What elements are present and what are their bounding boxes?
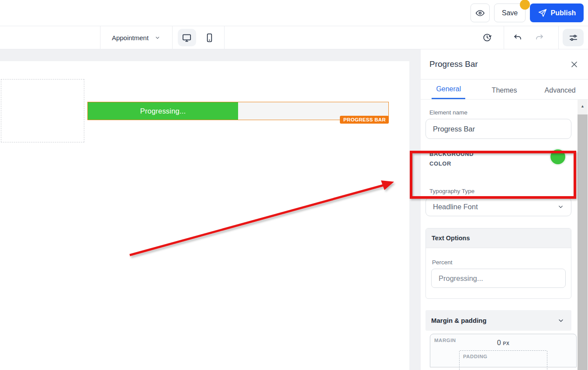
element-name-label: Element name <box>429 109 571 116</box>
close-icon <box>570 60 578 69</box>
save-button-label: Save <box>502 9 518 17</box>
panel-scrollbar[interactable]: ▲ <box>578 100 588 370</box>
percent-input[interactable] <box>431 269 566 288</box>
editor-toolbar: Appointment <box>0 26 588 49</box>
toolbar-divider <box>558 26 559 49</box>
progress-bar-element[interactable]: Progressing... PROGRESS BAR <box>87 102 389 120</box>
unsaved-changes-dot <box>520 0 530 10</box>
save-button[interactable]: Save <box>494 3 526 22</box>
panel-title: Progress Bar <box>429 59 478 69</box>
send-icon <box>538 8 547 17</box>
mobile-view-button[interactable] <box>201 29 219 46</box>
progress-bar-text: Progressing... <box>140 107 186 115</box>
mobile-icon <box>204 33 214 43</box>
element-settings-button[interactable] <box>563 29 584 46</box>
scrollbar-thumb[interactable] <box>578 114 588 370</box>
chevron-down-icon <box>557 204 564 210</box>
history-icon <box>482 33 492 42</box>
top-bar: Save Publish <box>0 0 588 26</box>
desktop-view-button[interactable] <box>178 29 196 46</box>
text-options-card: Text Options Percent <box>425 228 571 299</box>
tab-themes-label: Themes <box>488 86 522 99</box>
scroll-up-icon[interactable]: ▲ <box>578 100 588 113</box>
typography-type-value: Headline Font <box>433 203 478 211</box>
tab-general[interactable]: General <box>421 80 477 99</box>
column-outline[interactable] <box>1 79 84 142</box>
padding-visualizer[interactable]: PADDING <box>459 350 547 370</box>
percent-label: Percent <box>432 259 566 266</box>
margin-padding-header[interactable]: Margin & padding <box>425 310 571 331</box>
page-builder-app: Save Publish Appointment <box>0 0 588 370</box>
margin-padding-title: Margin & padding <box>431 317 487 324</box>
element-name-input[interactable] <box>425 119 571 139</box>
eye-icon <box>475 8 485 18</box>
chevron-down-icon <box>155 35 160 41</box>
publish-button[interactable]: Publish <box>530 3 584 22</box>
background-color-row: BACKGROUND COLOR <box>429 149 571 169</box>
version-history-button[interactable] <box>478 29 496 46</box>
tab-advanced-label: Advanced <box>540 86 580 99</box>
desktop-icon <box>182 33 192 43</box>
page-selector-value: Appointment <box>112 34 149 41</box>
settings-panel-header: Progress Bar <box>421 49 588 80</box>
background-color-label: BACKGROUND COLOR <box>429 149 474 169</box>
margin-value[interactable]: 0 PX <box>430 339 576 347</box>
text-options-header: Text Options <box>426 228 571 248</box>
text-options-body: Percent <box>426 248 571 298</box>
typography-type-dropdown[interactable]: Headline Font <box>425 197 571 216</box>
close-panel-button[interactable] <box>570 60 578 69</box>
tab-general-label: General <box>432 85 465 99</box>
padding-tag: PADDING <box>463 354 488 359</box>
background-color-swatch[interactable] <box>550 149 565 164</box>
device-toggle-group <box>172 26 224 49</box>
settings-panel: Progress Bar General Themes Advanced Ele… <box>421 49 588 370</box>
publish-button-label: Publish <box>551 9 576 17</box>
tab-advanced[interactable]: Advanced <box>532 80 588 99</box>
toolbar-divider <box>224 26 225 49</box>
toolbar-divider <box>504 26 504 49</box>
sliders-icon <box>568 33 578 43</box>
panel-tabs: General Themes Advanced <box>421 80 588 100</box>
page-selector-dropdown[interactable]: Appointment <box>100 26 172 49</box>
margin-visualizer[interactable]: MARGIN 0 PX PADDING <box>430 334 577 367</box>
redo-button[interactable] <box>531 29 548 46</box>
undo-icon <box>513 33 522 42</box>
chevron-down-icon <box>557 317 564 324</box>
preview-button[interactable] <box>470 3 490 22</box>
progress-bar-fill: Progressing... <box>88 102 238 120</box>
progress-bar-badge: PROGRESS BAR <box>340 116 389 124</box>
typography-type-label: Typography Type <box>429 188 571 194</box>
redo-icon <box>535 33 544 42</box>
panel-body: Element name BACKGROUND COLOR Typography… <box>421 109 588 367</box>
tab-themes[interactable]: Themes <box>477 80 533 99</box>
undo-button[interactable] <box>509 29 526 46</box>
